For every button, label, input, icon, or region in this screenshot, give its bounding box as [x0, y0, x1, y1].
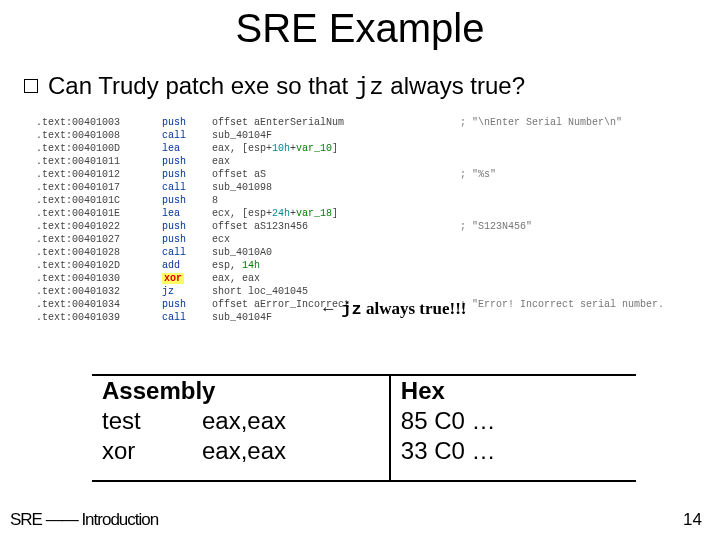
ops: eax,eax	[202, 407, 286, 434]
asm-hex-table: Assembly Hex testeax,eax 85 C0 … xoreax,…	[92, 374, 636, 482]
page-number: 14	[683, 510, 702, 530]
arrow-left-icon: ←	[320, 299, 341, 318]
question-post: always true?	[384, 72, 525, 99]
footer-left: SRE —— Introduction	[10, 510, 158, 530]
question-code: jz	[355, 74, 384, 101]
jz-annotation: ← jz always true!!!	[320, 299, 466, 319]
question-line: Can Trudy patch exe so that jz always tr…	[24, 72, 700, 101]
annot-code: jz	[341, 300, 361, 319]
table-header-hex: Hex	[391, 376, 636, 406]
table-header-asm: Assembly	[92, 376, 391, 406]
slide-title: SRE Example	[0, 6, 720, 51]
disassembly-listing: .text:00401003pushoffset aEnterSerialNum…	[36, 116, 664, 324]
slide-footer: SRE —— Introduction 14	[10, 510, 702, 530]
question-pre: Can Trudy patch exe so that	[48, 72, 355, 99]
annot-post: always true!!!	[362, 299, 467, 318]
table-row: testeax,eax 85 C0 …	[92, 406, 636, 436]
bullet-icon	[24, 79, 38, 93]
mn: test	[102, 406, 202, 436]
mn: xor	[102, 436, 202, 466]
ops: eax,eax	[202, 437, 286, 464]
hex: 33 C0 …	[391, 436, 636, 466]
table-row: xoreax,eax 33 C0 …	[92, 436, 636, 466]
hex: 85 C0 …	[391, 406, 636, 436]
